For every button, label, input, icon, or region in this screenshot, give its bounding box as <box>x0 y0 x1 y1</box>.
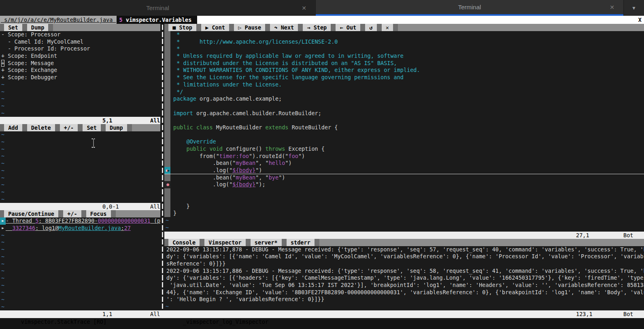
code-line[interactable]: @Override <box>164 138 644 146</box>
vim-tab-variables[interactable]: 5 vimspector.Variables <box>117 16 197 24</box>
tilde-marker: ~ <box>0 131 4 139</box>
tilde-marker: ~ <box>0 167 4 175</box>
text-segment: .bean(" <box>173 160 236 166</box>
frame-text: 3327346: log1@MyRouteBuilder.java:27 <box>6 225 131 232</box>
code-line[interactable]: package org.apache.camel.example; <box>164 95 644 103</box>
stack-frame[interactable]: ▶ 3327346: log1@MyRouteBuilder.java:27 <box>0 225 160 232</box>
empty-line: ~ <box>0 282 160 289</box>
code-line[interactable]: * distributed under the License is distr… <box>164 60 644 67</box>
watches-dump-button[interactable]: Dump <box>106 124 127 131</box>
text-segment: (pa <box>151 217 160 224</box>
text-segment: timer:foo <box>219 153 249 159</box>
code-line[interactable]: .bean("myBean", "bye") <box>164 174 644 181</box>
code-line[interactable]: } <box>164 203 644 210</box>
empty-line: ~ <box>164 224 644 232</box>
terminal-tab-title: Terminal <box>146 4 169 11</box>
debug-next-button[interactable]: ↷ Next <box>270 24 298 31</box>
tab-close-icon[interactable]: ✕ <box>302 5 306 11</box>
debug-stop-button[interactable]: ■ Stop <box>168 24 196 31</box>
text-segment: "); <box>255 181 265 188</box>
code-line[interactable]: * http://www.apache.org/licenses/LICENSE… <box>164 38 644 46</box>
code-line[interactable]: * limitations under the License. <box>164 81 644 89</box>
empty-line: ~ <box>0 239 160 246</box>
screen: Terminal ✕ Terminal ✕ ▼ s/m/j/o/a/c/e/My… <box>0 0 644 329</box>
code-line[interactable] <box>164 117 644 124</box>
bottom-statusline: vimspector.StackTrace [RO] 1,1 All _vims… <box>0 310 644 318</box>
tilde-marker: ~ <box>0 139 4 146</box>
stacktrace-+/--button[interactable]: +/- <box>63 210 81 217</box>
text-segment: configure() <box>223 146 266 152</box>
watches-add-button[interactable]: Add <box>4 124 22 131</box>
code-line[interactable]: .bean("myBean", "hello") <box>164 160 644 167</box>
sign-column <box>164 81 170 89</box>
variable-tree-item[interactable]: + Scope: Debugger <box>0 74 160 81</box>
output-winbar: Console Vimspector server* stderr <box>164 239 644 246</box>
code-line[interactable] <box>164 103 644 110</box>
watches-+/--button[interactable]: +/- <box>60 124 78 131</box>
variable-tree-item[interactable]: - Scope: Processor <box>0 31 160 38</box>
winbar-fill <box>319 239 644 246</box>
code-line[interactable] <box>164 188 644 196</box>
terminal-tab-2[interactable]: Terminal ✕ <box>316 0 623 16</box>
code-text: * Unless required by applicable law or a… <box>170 53 404 60</box>
variables-winbar: Set Dump <box>0 24 160 31</box>
step-icon: → <box>304 24 310 31</box>
text-segment: MyRouteBuilder.java <box>58 225 121 231</box>
watches-delete-button[interactable]: Delete <box>27 124 55 131</box>
variables-set-button[interactable]: Set <box>4 24 22 31</box>
stacktrace-focus-button[interactable]: Focus <box>86 210 111 217</box>
code-line[interactable]: * <box>164 45 644 53</box>
tab-close-icon[interactable]: ✕ <box>610 4 614 11</box>
code-line[interactable]: from("timer:foo").routeId("foo") <box>164 153 644 160</box>
tabline-close-button[interactable]: X <box>636 16 644 24</box>
code-line[interactable]: } <box>164 210 644 217</box>
code-line[interactable]: ●▶ .log("${body}") <box>164 167 644 174</box>
window-separator[interactable] <box>160 24 164 310</box>
button-label: Next <box>278 24 298 31</box>
code-line[interactable]: ● .log("${body}"); <box>164 181 644 188</box>
code-window[interactable]: * * http://www.apache.org/licenses/LICEN… <box>164 31 644 232</box>
text-segment: Exception { <box>285 146 325 152</box>
sign-column <box>164 31 170 38</box>
code-line[interactable]: * Unless required by applicable law or a… <box>164 53 644 60</box>
terminal-tabbar: Terminal ✕ Terminal ✕ ▼ <box>0 0 644 16</box>
variables-dump-button[interactable]: Dump <box>27 24 49 31</box>
debug-close-button[interactable]: ✕ <box>382 24 393 31</box>
debug-cont-button[interactable]: ▶ Cont <box>201 24 229 31</box>
output-tab-vimspector-button[interactable]: Vimspector <box>204 239 246 246</box>
tilde-marker: ~ <box>0 304 4 310</box>
variable-tree-item[interactable]: + Scope: Endpoint <box>0 53 160 60</box>
code-line[interactable]: * See the License for the specific langu… <box>164 74 644 81</box>
winbar-fill <box>53 24 160 31</box>
stacktrace-pause/continue-button[interactable]: Pause/Continue <box>4 210 58 217</box>
code-line[interactable]: * WITHOUT WARRANTIES OR CONDITIONS OF AN… <box>164 67 644 74</box>
code-line[interactable]: public class MyRouteBuilder extends Rout… <box>164 124 644 131</box>
code-line[interactable] <box>164 131 644 139</box>
variable-tree-item[interactable]: - Processor Id: Processor <box>0 45 160 53</box>
output-tab-stderr-button[interactable]: stderr <box>287 239 315 246</box>
code-line[interactable] <box>164 196 644 203</box>
variable-tree-item[interactable]: + Scope: Message <box>0 60 160 67</box>
code-line[interactable]: * <box>164 31 644 38</box>
output-tab-server*-button[interactable]: server* <box>251 239 282 246</box>
variable-tree-item[interactable]: - Camel Id: MyCoolCamel <box>0 38 160 46</box>
debug-step-button[interactable]: → Step <box>303 24 331 31</box>
stack-frame[interactable]: ▶- Thread 5: 8B03FE27FB82890-00000000000… <box>0 217 160 225</box>
code-line[interactable]: import org.apache.camel.builder.RouteBui… <box>164 110 644 117</box>
terminal-tab-1[interactable]: Terminal ✕ <box>0 0 316 16</box>
debug-pause-button[interactable]: ▷ Pause <box>234 24 265 31</box>
text-segment: public void <box>187 146 223 152</box>
code-line[interactable]: public void configure() throws Exception… <box>164 146 644 153</box>
tab-list-dropdown[interactable]: ▼ <box>623 0 644 16</box>
sign-column <box>164 53 170 60</box>
debug-restart-button[interactable]: ↺ <box>365 24 376 31</box>
debug-out-button[interactable]: ← Out <box>336 24 360 31</box>
sign-column <box>164 160 170 167</box>
code-text <box>170 131 173 139</box>
code-line[interactable]: */ <box>164 89 644 96</box>
variable-tree-item[interactable]: + Scope: Exchange <box>0 67 160 74</box>
text-segment: org.apache.camel.builder.RouteBuilder; <box>193 110 321 116</box>
vim-tab-myroutebuilder[interactable]: s/m/j/o/a/c/e/MyRouteBuilder.java <box>0 16 117 24</box>
output-tab-console-button[interactable]: Console <box>168 239 200 246</box>
watches-set-button[interactable]: Set <box>83 124 101 131</box>
